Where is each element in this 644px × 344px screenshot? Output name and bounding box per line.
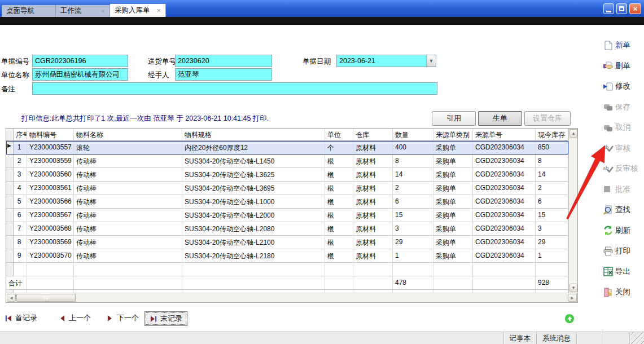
action-button-2[interactable]: 生单 <box>478 111 522 126</box>
handler-field[interactable] <box>175 68 272 81</box>
cell: 3 <box>393 222 433 236</box>
cell: 传动棒 <box>74 249 182 263</box>
cell: CGD202306034 <box>473 195 536 209</box>
close-window-button[interactable]: × <box>629 3 641 14</box>
statusbar-cell[interactable]: 记事本 <box>503 332 537 344</box>
vertical-scrollbar[interactable]: ▲ ▼ <box>568 129 577 293</box>
doc-date-dropdown-button[interactable]: ▼ <box>426 55 436 67</box>
cell <box>74 263 182 276</box>
resize-grip[interactable] <box>629 332 644 344</box>
table-total-row: 合计478928 <box>6 276 568 290</box>
table-row[interactable]: 2Y2300003559传动棒SUS304-20传动空心轴-L1450根原材料8… <box>6 155 568 168</box>
tab-2[interactable]: 工作流× <box>56 5 110 17</box>
cell <box>27 263 74 276</box>
table-row[interactable]: ▶1Y2300003557滚轮内径20外径60厚度12个原材料400采购单CGD… <box>6 141 568 155</box>
cell <box>353 263 393 276</box>
scroll-up-button[interactable]: ▲ <box>569 129 577 138</box>
nav-last-record[interactable]: 末记录 <box>144 311 187 326</box>
toolbar-button-unaudit[interactable]: ab反审核 <box>603 158 643 179</box>
toolbar-button-label: 关闭 <box>615 287 630 297</box>
row-selector: ▶ <box>6 141 14 155</box>
action-button-1[interactable]: 引用 <box>432 111 476 126</box>
minimize-icon <box>606 11 611 12</box>
next-record-icon <box>106 315 114 322</box>
table-row[interactable]: 8Y2300003569传动棒SUS304-20传动空心轴-L2100根原材料2… <box>6 236 568 249</box>
table-row[interactable]: 4Y2300003561传动棒SUS304-20传动空心轴-L3695根原材料2… <box>6 182 568 195</box>
title-bar: 桌面导航工作流×采购入库单× × <box>0 0 644 17</box>
table-row[interactable]: 5Y2300003566传动棒SUS304-20传动空心轴-L1000根原材料6… <box>6 195 568 209</box>
cell: 7 <box>14 222 27 236</box>
app-window: 桌面导航工作流×采购入库单× × 单据编号 送货单号 单据日期 ▼ 单位名称 经… <box>0 0 644 344</box>
toolbar-button-save[interactable]: 保存 <box>603 97 643 118</box>
cell <box>14 263 27 276</box>
cell: 传动棒 <box>74 222 182 236</box>
cell: CGD202306034 <box>473 222 536 236</box>
restore-button[interactable] <box>616 3 627 14</box>
column-header: 来源单号 <box>473 129 536 141</box>
cell: 内径20外径60厚度12 <box>182 141 325 155</box>
doc-date-field[interactable] <box>336 55 436 67</box>
toolbar-button-label: 刷新 <box>615 226 630 236</box>
cell: 1 <box>393 249 433 263</box>
scrollbar-thumb[interactable] <box>16 294 76 302</box>
row-selector <box>6 263 14 276</box>
toolbar-button-audit[interactable]: ab审核 <box>603 138 643 159</box>
cell: 1 <box>14 141 27 155</box>
cell: 采购单 <box>433 182 473 195</box>
column-header: 物料编号 <box>27 129 74 141</box>
toolbar-button-label: 反审核 <box>615 164 638 174</box>
cell: 传动棒 <box>74 155 182 168</box>
toolbar-button-approve[interactable]: 批准 <box>603 179 643 200</box>
toolbar-button-new-doc[interactable]: 新单 <box>603 35 643 56</box>
status-ok-icon[interactable] <box>564 314 575 324</box>
cell: 928 <box>536 276 568 290</box>
modify-icon <box>603 81 614 92</box>
close-icon: × <box>633 5 638 12</box>
cell: SUS304-20传动空心轴-L1450 <box>182 155 325 168</box>
action-button-3[interactable]: 设置仓库 <box>524 111 571 126</box>
cell: CGD202306034 <box>473 182 536 195</box>
toolbar-button-cancel[interactable]: 取消 <box>603 117 643 138</box>
delivery-no-field[interactable] <box>175 55 272 67</box>
cell: 传动棒 <box>74 209 182 222</box>
cell <box>393 263 433 276</box>
doc-no-field[interactable] <box>32 55 128 67</box>
toolbar-button-print[interactable]: 打印 <box>603 241 643 262</box>
find-icon <box>603 205 614 215</box>
table-row[interactable]: 3Y2300003560传动棒SUS304-20传动空心轴-L3625根原材料1… <box>6 168 568 182</box>
scroll-right-button[interactable]: ► <box>568 294 577 302</box>
table-row[interactable]: 6Y2300003567传动棒SUS304-20传动空心轴-L2000根原材料1… <box>6 209 568 222</box>
remark-field[interactable] <box>32 82 437 95</box>
cell: Y2300003561 <box>27 182 74 195</box>
cell: 滚轮 <box>74 141 182 155</box>
tab-close-icon[interactable]: × <box>100 7 105 15</box>
table-row[interactable]: 7Y2300003568传动棒SUS304-20传动空心轴-L2080根原材料3… <box>6 222 568 236</box>
cell: 478 <box>393 276 433 290</box>
remark-label: 备注 <box>1 85 15 94</box>
tab-close-icon[interactable]: × <box>157 7 161 14</box>
nav-prev-record[interactable]: 上一个 <box>58 313 91 323</box>
toolbar-button-label: 导出 <box>615 267 630 277</box>
table-row[interactable]: 9Y2300003570传动棒SUS304-20传动空心轴-L2180根原材料1… <box>6 249 568 263</box>
cell: 原材料 <box>353 182 393 195</box>
tab-3[interactable]: 采购入库单× <box>110 4 166 17</box>
toolbar-button-delete-doc[interactable]: 删单 <box>603 56 643 77</box>
toolbar-button-refresh[interactable]: 刷新 <box>603 220 643 241</box>
toolbar-button-export[interactable]: 导出 <box>603 262 643 283</box>
horizontal-scrollbar[interactable]: ◄ ► <box>6 293 577 302</box>
scroll-left-button[interactable]: ◄ <box>7 294 16 302</box>
nav-next-record[interactable]: 下一个 <box>106 313 139 323</box>
nav-first-record[interactable]: 首记录 <box>5 313 37 323</box>
minimize-button[interactable] <box>603 3 614 14</box>
toolbar-button-close[interactable]: 关闭 <box>603 282 643 303</box>
toolbar-button-find[interactable]: 查找 <box>603 200 643 220</box>
cell: 根 <box>325 182 353 195</box>
tab-1[interactable]: 桌面导航 <box>2 5 56 17</box>
cell <box>182 276 325 290</box>
unit-name-field[interactable] <box>32 68 128 81</box>
arrow-right-icon: ► <box>570 296 575 301</box>
scroll-down-button[interactable]: ▼ <box>569 284 577 292</box>
toolbar-button-modify[interactable]: 修改 <box>603 76 643 97</box>
cell: 1 <box>536 249 568 263</box>
statusbar-cell[interactable]: 系统消息 <box>536 332 576 344</box>
